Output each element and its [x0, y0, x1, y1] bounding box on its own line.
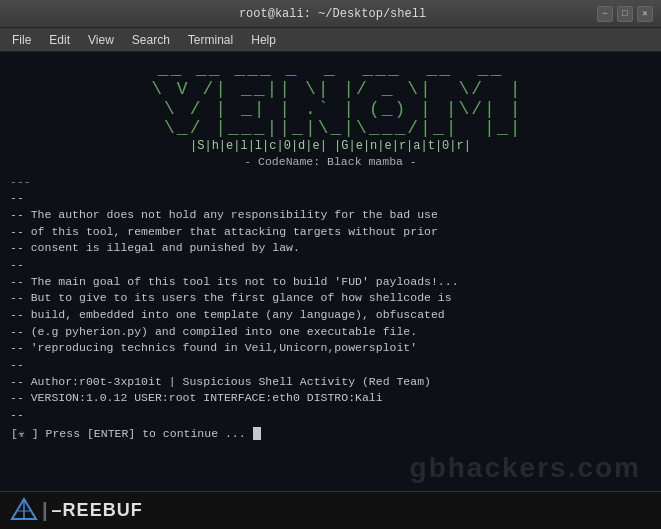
logo-area: | –REEBUF	[10, 497, 143, 525]
menu-file[interactable]: File	[4, 31, 39, 49]
menu-bar: File Edit View Search Terminal Help	[0, 28, 661, 52]
minimize-button[interactable]: −	[597, 6, 613, 22]
terminal-window[interactable]: __ __ ___ _ _ ___ __ __ \ V /| __|| \| |…	[0, 52, 661, 529]
line-blank-3: --	[10, 358, 24, 371]
line-goal-5: -- 'reproducing technics found in Veil,U…	[10, 341, 417, 354]
line-goal-1: -- The main goal of this tool its not to…	[10, 275, 459, 288]
line-disclaimer-3: -- consent is illegal and punished by la…	[10, 241, 300, 254]
line-blank-4: --	[10, 408, 24, 421]
ascii-art-area: __ __ ___ _ _ ___ __ __ \ V /| __|| \| |…	[10, 60, 651, 170]
bottom-logo-bar: | –REEBUF	[0, 491, 661, 529]
menu-edit[interactable]: Edit	[41, 31, 78, 49]
line-disclaimer-1: -- The author does not hold any responsi…	[10, 208, 438, 221]
menu-search[interactable]: Search	[124, 31, 178, 49]
watermark-text: gbhackers.com	[410, 452, 641, 484]
cursor	[253, 427, 261, 440]
separator-line: ---	[10, 175, 31, 188]
window-controls: − □ ✕	[597, 6, 653, 22]
window-title: root@kali: ~/Desktop/shell	[68, 7, 597, 21]
line-blank-2: --	[10, 258, 24, 271]
menu-terminal[interactable]: Terminal	[180, 31, 241, 49]
line-version: -- VERSION:1.0.12 USER:root INTERFACE:et…	[10, 391, 383, 404]
line-goal-4: -- (e.g pyherion.py) and compiled into o…	[10, 325, 417, 338]
line-goal-3: -- build, embedded into one template (an…	[10, 308, 445, 321]
kali-logo-icon	[10, 497, 38, 525]
close-button[interactable]: ✕	[637, 6, 653, 22]
prompt-line: [☣ ] Press [ENTER] to continue ...	[10, 424, 651, 440]
logo-text: –REEBUF	[52, 500, 143, 521]
menu-view[interactable]: View	[80, 31, 122, 49]
prompt-text: [☣ ] Press [ENTER] to continue ...	[11, 427, 246, 440]
shellcode-generator-text: |S|h|e|l|l|c|0|d|e| |G|e|n|e|r|a|t|0|r|	[10, 139, 651, 155]
line-author: -- Author:r00t-3xp10it | Suspicious Shel…	[10, 375, 431, 388]
title-bar: root@kali: ~/Desktop/shell − □ ✕	[0, 0, 661, 28]
codename-text: - CodeName: Black mamba -	[10, 155, 651, 170]
maximize-button[interactable]: □	[617, 6, 633, 22]
menu-help[interactable]: Help	[243, 31, 284, 49]
line-goal-2: -- But to give to its users the first gl…	[10, 291, 452, 304]
line-disclaimer-2: -- of this tool, remember that attacking…	[10, 225, 438, 238]
line-blank-1: --	[10, 191, 24, 204]
venom-logo: __ __ ___ _ _ ___ __ __ \ V /| __|| \| |…	[10, 60, 651, 139]
terminal-output: --- -- -- The author does not hold any r…	[10, 174, 651, 424]
